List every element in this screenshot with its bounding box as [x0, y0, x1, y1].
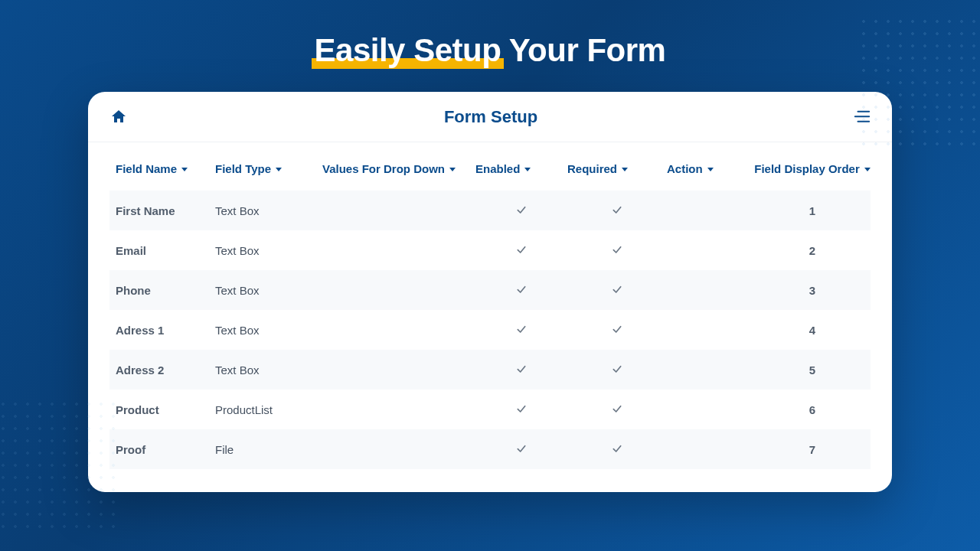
checkmark-icon: [611, 243, 623, 258]
cell-enabled: [475, 243, 567, 258]
col-field-type[interactable]: Field Type: [215, 162, 322, 175]
cell-required: [567, 204, 667, 218]
caret-down-icon: [864, 168, 871, 171]
checkmark-icon: [515, 204, 528, 218]
cell-required: [567, 323, 667, 337]
cell-required: [567, 442, 667, 457]
cell-display-order: 5: [751, 364, 874, 377]
caret-down-icon: [707, 168, 714, 171]
card-title: Form Setup: [444, 107, 537, 127]
caret-down-icon: [622, 168, 628, 171]
table-row: First NameText Box1: [109, 191, 871, 230]
cell-field-name: Phone: [116, 284, 215, 297]
checkmark-icon: [611, 204, 623, 218]
checkmark-icon: [515, 363, 528, 377]
table-row: ProofFile7: [109, 429, 871, 469]
col-action[interactable]: Action: [667, 162, 751, 175]
cell-field-name: Adress 1: [116, 324, 215, 337]
home-icon[interactable]: [109, 108, 128, 126]
col-label: Enabled: [475, 162, 520, 175]
table-body: First NameText Box1EmailText Box2PhoneTe…: [109, 191, 871, 469]
cell-display-order: 1: [751, 204, 874, 217]
col-display-order[interactable]: Field Display Order: [751, 162, 874, 175]
cell-field-type: Text Box: [215, 244, 322, 257]
cell-display-order: 6: [751, 403, 874, 416]
cell-field-name: Adress 2: [116, 364, 215, 377]
table-row: Adress 1Text Box4: [109, 310, 871, 350]
cell-display-order: 4: [751, 324, 874, 337]
checkmark-icon: [611, 363, 623, 377]
table-row: EmailText Box2: [109, 230, 871, 270]
cell-field-name: Proof: [116, 443, 215, 456]
col-label: Values For Drop Down: [322, 162, 445, 175]
table-header-row: Field Name Field Type Values For Drop Do…: [109, 153, 871, 191]
table-row: Adress 2Text Box5: [109, 350, 871, 390]
card-header: Form Setup: [88, 92, 892, 142]
cell-enabled: [475, 283, 567, 298]
col-label: Required: [567, 162, 617, 175]
checkmark-icon: [515, 283, 528, 298]
banner-highlight: Easily Setup: [315, 32, 501, 69]
table-row: PhoneText Box3: [109, 270, 871, 310]
cell-field-type: File: [215, 443, 322, 456]
cell-field-type: Text Box: [215, 284, 322, 297]
cell-required: [567, 283, 667, 298]
cell-required: [567, 363, 667, 377]
banner-heading: Easily Setup Your Form: [315, 32, 666, 69]
checkmark-icon: [515, 323, 528, 337]
cell-enabled: [475, 323, 567, 337]
cell-required: [567, 403, 667, 417]
checkmark-icon: [611, 403, 623, 417]
cell-field-type: ProductList: [215, 403, 322, 416]
checkmark-icon: [611, 442, 623, 457]
caret-down-icon: [524, 168, 531, 171]
caret-down-icon: [276, 168, 282, 171]
cell-field-name: First Name: [116, 204, 215, 217]
cell-field-name: Email: [116, 244, 215, 257]
col-required[interactable]: Required: [567, 162, 667, 175]
cell-display-order: 7: [751, 443, 874, 456]
checkmark-icon: [611, 323, 623, 337]
col-label: Field Display Order: [754, 162, 860, 175]
checkmark-icon: [515, 403, 528, 417]
checkmark-icon: [515, 243, 528, 258]
cell-field-type: Text Box: [215, 364, 322, 377]
checkmark-icon: [611, 283, 623, 298]
col-field-name[interactable]: Field Name: [116, 162, 215, 175]
banner-rest: Your Form: [501, 32, 665, 68]
caret-down-icon: [181, 168, 188, 171]
page-banner: Easily Setup Your Form: [0, 0, 980, 69]
col-label: Field Name: [116, 162, 177, 175]
cell-enabled: [475, 363, 567, 377]
form-setup-card: Form Setup Field Name Field Type Values …: [88, 92, 892, 492]
cell-enabled: [475, 204, 567, 218]
cell-enabled: [475, 442, 567, 457]
col-enabled[interactable]: Enabled: [475, 162, 567, 175]
cell-field-name: Product: [116, 403, 215, 416]
cell-enabled: [475, 403, 567, 417]
col-label: Field Type: [215, 162, 271, 175]
cell-display-order: 2: [751, 244, 874, 257]
cell-field-type: Text Box: [215, 204, 322, 217]
form-fields-table: Field Name Field Type Values For Drop Do…: [88, 142, 892, 492]
cell-required: [567, 243, 667, 258]
cell-display-order: 3: [751, 284, 874, 297]
table-row: ProductProductList6: [109, 390, 871, 429]
cell-field-type: Text Box: [215, 324, 322, 337]
col-values-dropdown[interactable]: Values For Drop Down: [322, 162, 475, 175]
col-label: Action: [667, 162, 703, 175]
caret-down-icon: [449, 168, 456, 171]
checkmark-icon: [515, 442, 528, 457]
